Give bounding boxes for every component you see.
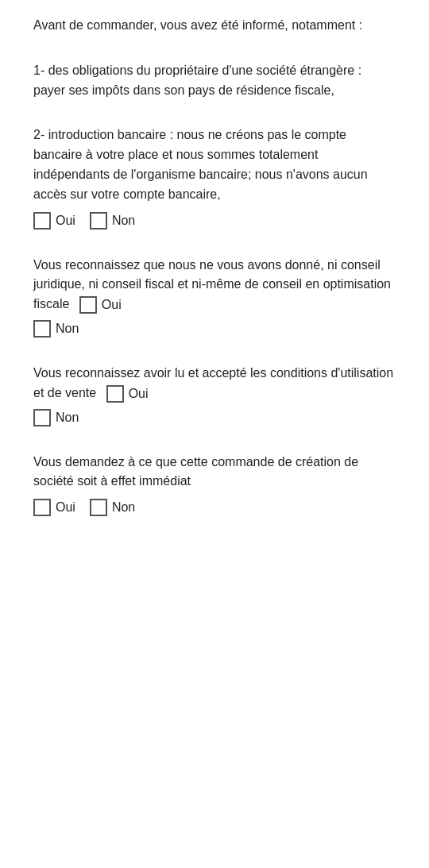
question2-non-checkbox-item[interactable]: Non [33, 319, 79, 338]
item2-answer-row: Oui Non [33, 211, 396, 230]
item2-oui-label: Oui [56, 211, 75, 230]
question4-oui-checkbox-item[interactable]: Oui [33, 498, 75, 517]
question2-oui-checkbox[interactable] [79, 296, 97, 314]
question4-text: Vous demandez à ce que cette commande de… [33, 453, 396, 492]
item2-non-label: Non [112, 211, 135, 230]
question3-non-checkbox-item[interactable]: Non [33, 408, 79, 427]
item2-text: 2- introduction bancaire : nous ne créon… [33, 125, 396, 204]
question2-non-row: Non [33, 319, 396, 338]
question4-answer-row: Oui Non [33, 498, 396, 517]
item2-oui-checkbox[interactable] [33, 212, 51, 230]
question3-oui-checkbox[interactable] [106, 385, 124, 403]
question4-section: Vous demandez à ce que cette commande de… [33, 453, 396, 518]
intro-text: Avant de commander, vous avez été inform… [33, 16, 396, 36]
question3-text-wrapper: Vous reconnaissez avoir lu et accepté le… [33, 364, 396, 403]
question2-text-wrapper: Vous reconnaissez que nous ne vous avons… [33, 256, 396, 314]
question2-section: Vous reconnaissez que nous ne vous avons… [33, 256, 396, 338]
question4-oui-checkbox[interactable] [33, 499, 51, 516]
item1-text: 1- des obligations du propriétaire d'une… [33, 61, 396, 101]
question4-oui-label: Oui [56, 498, 75, 517]
question4-non-checkbox[interactable] [90, 499, 107, 516]
question2-non-label: Non [56, 319, 79, 338]
item2-oui-checkbox-item[interactable]: Oui [33, 211, 75, 230]
question3-non-label: Non [56, 408, 79, 427]
question2-oui-label: Oui [102, 295, 122, 314]
item2-section: 2- introduction bancaire : nous ne créon… [33, 125, 396, 230]
question3-section: Vous reconnaissez avoir lu et accepté le… [33, 364, 396, 427]
question3-non-row: Non [33, 408, 396, 427]
question4-non-checkbox-item[interactable]: Non [90, 498, 135, 517]
question3-non-checkbox[interactable] [33, 409, 51, 426]
item2-non-checkbox[interactable] [90, 212, 107, 230]
question3-oui-label: Oui [129, 384, 149, 403]
item1-section: 1- des obligations du propriétaire d'une… [33, 61, 396, 101]
question2-non-checkbox[interactable] [33, 320, 51, 338]
question4-non-label: Non [112, 498, 135, 517]
item2-non-checkbox-item[interactable]: Non [90, 211, 135, 230]
question3-text: Vous reconnaissez avoir lu et accepté le… [33, 366, 393, 399]
intro-section: Avant de commander, vous avez été inform… [33, 16, 396, 36]
